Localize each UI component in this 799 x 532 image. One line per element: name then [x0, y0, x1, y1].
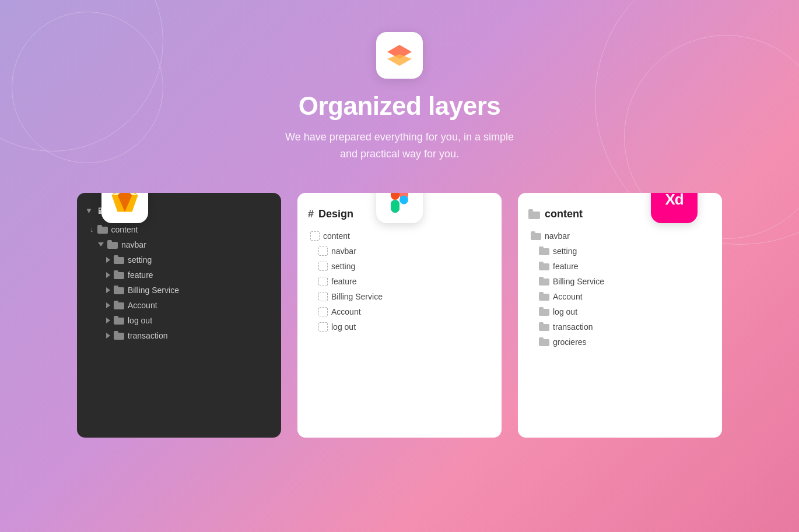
layer-label: Billing Service [331, 292, 383, 301]
list-item: log out [77, 313, 281, 328]
layer-label: Account [553, 292, 583, 301]
layer-label: Account [128, 301, 157, 310]
xd-header-title: content [545, 208, 583, 220]
list-item: navbar [77, 237, 281, 252]
layers-icon [386, 44, 413, 67]
folder-icon [531, 231, 541, 240]
list-item: setting [518, 244, 722, 259]
sketch-panel: ▼ 🖥 Design ↓ content na [77, 193, 281, 438]
layer-label: transaction [553, 322, 593, 332]
folder-icon [539, 337, 549, 346]
sketch-layers: ↓ content navbar [77, 222, 281, 343]
folder-icon [107, 240, 118, 249]
arrow-right-icon [106, 257, 110, 263]
bg-decoration-2 [12, 12, 163, 163]
download-arrow-icon: ↓ [90, 225, 94, 234]
list-item: transaction [518, 319, 722, 334]
svg-marker-1 [387, 54, 412, 66]
dashed-frame-icon [318, 322, 328, 332]
list-item: Billing Service [518, 274, 722, 289]
arrow-right-icon [106, 272, 110, 278]
list-item: Billing Service [77, 283, 281, 298]
arrow-right-icon [106, 302, 110, 308]
figma-logo [391, 193, 408, 213]
xd-layers: navbar setting feature [518, 228, 722, 350]
list-item: navbar [297, 244, 502, 259]
layer-label: Account [331, 307, 361, 316]
layer-label: Billing Service [128, 286, 179, 295]
list-item: content [297, 228, 502, 244]
svg-rect-14 [391, 200, 400, 213]
sketch-arrow-down: ▼ [85, 206, 93, 215]
svg-rect-10 [391, 193, 400, 200]
page-title: Organized layers [299, 91, 501, 121]
dashed-frame-icon [318, 262, 328, 271]
folder-icon [539, 307, 549, 316]
list-item: setting [297, 259, 502, 274]
layer-label: feature [128, 270, 153, 280]
layer-label: feature [553, 262, 579, 271]
figma-layers: content navbar setting feature Billing S… [297, 228, 502, 334]
list-item: Account [77, 298, 281, 313]
folder-icon [97, 225, 108, 234]
panels-container: ▼ 🖥 Design ↓ content na [77, 193, 722, 438]
layer-label: transaction [128, 331, 167, 340]
list-item: Account [297, 304, 502, 319]
layer-label: grocieres [553, 337, 587, 347]
folder-icon [114, 286, 124, 294]
dashed-frame-icon [318, 246, 328, 256]
layer-label: navbar [121, 240, 146, 249]
folder-icon [114, 270, 124, 279]
folder-icon [114, 316, 124, 325]
list-item: setting [77, 252, 281, 267]
arrow-right-icon [106, 287, 110, 293]
list-item: transaction [77, 328, 281, 343]
hash-icon: # [308, 208, 314, 220]
layer-label: content [323, 231, 350, 241]
list-item: navbar [518, 228, 722, 244]
folder-icon [114, 255, 124, 264]
arrow-right-icon [106, 333, 110, 339]
list-item: Account [518, 289, 722, 304]
dashed-frame-icon [310, 231, 320, 241]
page-subtitle: We have prepared everything for you, in … [285, 129, 514, 163]
layer-label: content [111, 225, 138, 234]
folder-icon [114, 301, 124, 309]
layer-label: navbar [331, 246, 356, 256]
sketch-logo [110, 193, 139, 213]
folder-icon [539, 277, 549, 286]
dashed-frame-icon [318, 277, 328, 286]
folder-icon [114, 331, 124, 340]
figma-header-title: Design [318, 208, 353, 220]
layer-label: navbar [545, 231, 570, 241]
list-item: log out [297, 319, 502, 334]
layer-label: setting [128, 255, 152, 265]
dashed-frame-icon [318, 307, 328, 316]
list-item: Billing Service [297, 289, 502, 304]
main-app-icon [376, 32, 423, 79]
folder-icon [539, 246, 549, 255]
layer-label: feature [331, 277, 357, 286]
folder-icon [539, 292, 549, 301]
page-header: Organized layers We have prepared everyt… [285, 32, 514, 163]
bg-decoration-1 [0, 0, 163, 152]
layer-label: log out [128, 316, 152, 325]
list-item: feature [77, 267, 281, 283]
list-item: ↓ content [77, 222, 281, 237]
layer-label: log out [553, 307, 577, 316]
list-item: grocieres [518, 334, 722, 350]
figma-panel: # Design content navbar setting featur [297, 193, 502, 438]
xd-logo: Xd [665, 193, 683, 209]
folder-icon [539, 322, 549, 331]
layer-label: log out [331, 322, 356, 332]
layer-label: Billing Service [553, 277, 604, 286]
sketch-icon-badge [101, 193, 148, 223]
svg-point-13 [400, 195, 408, 204]
layer-label: setting [553, 246, 577, 256]
xd-icon-badge: Xd [651, 193, 698, 223]
layer-label: setting [331, 262, 355, 271]
dashed-frame-icon [318, 292, 328, 301]
figma-icon-badge [376, 193, 423, 223]
folder-icon [528, 209, 540, 219]
folder-icon [539, 262, 549, 270]
